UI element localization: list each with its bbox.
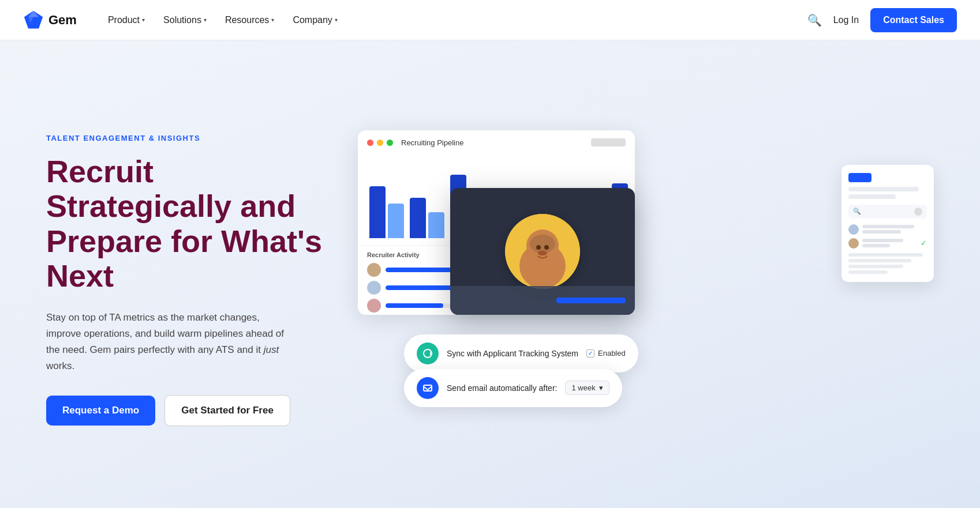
people-card-subtitle-lines xyxy=(848,187,927,199)
traffic-light-green xyxy=(387,140,393,146)
sync-card: Sync with Applicant Tracking System ✓ En… xyxy=(404,334,638,372)
people-more-lines xyxy=(848,253,927,274)
people-card-header-bar xyxy=(848,173,871,182)
person-detail-line-1 xyxy=(862,230,901,234)
logo[interactable]: Gem xyxy=(23,10,77,31)
hero-title: Recruit Strategically and Prepare for Wh… xyxy=(46,154,323,293)
pipeline-action-placeholder xyxy=(591,138,626,146)
svg-point-6 xyxy=(530,235,555,253)
bar-group-2 xyxy=(410,198,444,238)
hero-illustration: Recruiting Pipeline xyxy=(358,130,934,430)
svg-point-7 xyxy=(536,245,541,250)
checkmark-icon: ✓ xyxy=(921,239,927,247)
people-list-item-1 xyxy=(848,224,927,235)
nav-resources[interactable]: Resources ▾ xyxy=(217,10,282,30)
people-search-bar[interactable]: 🔍 xyxy=(848,205,927,219)
hero-section: TALENT ENGAGEMENT & INSIGHTS Recruit Str… xyxy=(0,40,980,508)
chevron-down-icon: ▾ xyxy=(142,17,145,23)
more-line-1 xyxy=(848,253,923,257)
hero-description: Stay on top of TA metrics as the market … xyxy=(46,310,294,374)
sync-icon xyxy=(417,343,439,364)
svg-point-8 xyxy=(544,245,549,250)
sync-status-label: Enabled xyxy=(598,349,626,358)
search-icon: 🔍 xyxy=(853,208,861,215)
bar-group-1 xyxy=(369,186,404,238)
traffic-light-red xyxy=(367,140,373,146)
email-card: Send email automatically after: 1 week ▾ xyxy=(404,369,622,407)
person-avatar-1 xyxy=(848,224,859,235)
nav-company[interactable]: Company ▾ xyxy=(285,10,345,30)
brand-name: Gem xyxy=(48,13,77,28)
person-name-line-2 xyxy=(862,239,903,242)
chevron-down-icon: ▾ xyxy=(204,17,207,23)
avatar-1 xyxy=(367,263,381,277)
bar-dark-1 xyxy=(369,186,386,238)
request-demo-button[interactable]: Request a Demo xyxy=(46,396,155,426)
more-line-3 xyxy=(848,265,903,268)
bar-dark-2 xyxy=(410,198,426,238)
person-avatar-2 xyxy=(848,238,859,249)
chevron-down-icon: ▾ xyxy=(335,17,338,23)
hero-tag: TALENT ENGAGEMENT & INSIGHTS xyxy=(46,134,323,142)
subtitle-line-1 xyxy=(848,187,919,191)
chevron-down-icon: ▾ xyxy=(599,383,603,392)
sync-label: Sync with Applicant Tracking System xyxy=(447,349,578,358)
login-link[interactable]: Log In xyxy=(833,15,859,25)
profile-action-button xyxy=(556,298,626,303)
nav-product[interactable]: Product ▾ xyxy=(100,10,153,30)
get-started-button[interactable]: Get Started for Free xyxy=(164,395,290,426)
person-text-2 xyxy=(862,239,917,247)
nav-right: 🔍 Log In Contact Sales xyxy=(807,8,957,32)
email-label: Send email automatically after: xyxy=(447,383,557,393)
people-card: 🔍 ✓ xyxy=(841,165,934,282)
hero-buttons: Request a Demo Get Started for Free xyxy=(46,395,323,426)
person-name-line-1 xyxy=(862,225,914,228)
chevron-down-icon: ▾ xyxy=(271,17,274,23)
hero-content: TALENT ENGAGEMENT & INSIGHTS Recruit Str… xyxy=(46,134,323,426)
email-interval-value: 1 week xyxy=(571,383,595,392)
avatar-2 xyxy=(367,281,381,295)
sync-status: ✓ Enabled xyxy=(586,349,626,358)
recruiter-bar-fill-3 xyxy=(386,303,443,308)
more-line-4 xyxy=(848,270,888,274)
bar-light-2 xyxy=(428,212,444,238)
nav-solutions[interactable]: Solutions ▾ xyxy=(155,10,215,30)
profile-card xyxy=(450,188,635,315)
person-text-1 xyxy=(862,225,927,234)
svg-point-9 xyxy=(538,251,547,255)
traffic-lights xyxy=(367,140,393,146)
profile-action-bar xyxy=(450,286,635,315)
person-detail-line-2 xyxy=(862,244,890,247)
navbar: Gem Product ▾ Solutions ▾ Resources ▾ Co… xyxy=(0,0,980,40)
profile-avatar xyxy=(505,214,580,289)
email-interval-select[interactable]: 1 week ▾ xyxy=(565,381,609,395)
search-avatar xyxy=(914,208,922,216)
gem-logo-icon xyxy=(23,10,44,31)
avatar-3 xyxy=(367,299,381,313)
pipeline-card-header: Recruiting Pipeline xyxy=(358,130,635,153)
profile-illustration xyxy=(505,214,580,289)
people-list-item-2: ✓ xyxy=(848,238,927,249)
sync-checkbox[interactable]: ✓ xyxy=(586,349,594,358)
pipeline-title: Recruiting Pipeline xyxy=(401,138,463,147)
email-icon xyxy=(417,377,439,399)
traffic-light-yellow xyxy=(377,140,383,146)
nav-links: Product ▾ Solutions ▾ Resources ▾ Compan… xyxy=(100,10,807,30)
bar-light-1 xyxy=(388,204,404,238)
search-icon[interactable]: 🔍 xyxy=(807,13,822,27)
contact-sales-button[interactable]: Contact Sales xyxy=(870,8,957,32)
more-line-2 xyxy=(848,259,911,262)
subtitle-line-2 xyxy=(848,194,896,199)
